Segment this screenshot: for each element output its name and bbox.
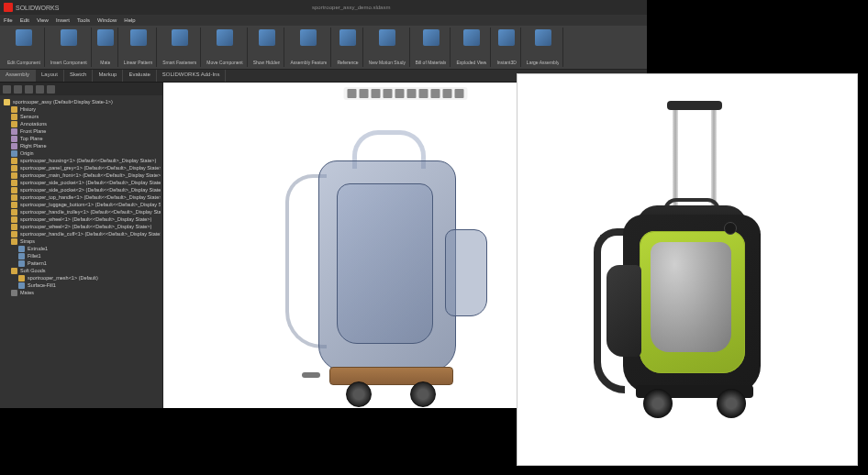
command-tab[interactable]: Markup [93,70,123,82]
view-tool-icon[interactable] [442,89,451,98]
part-icon [11,216,17,223]
ribbon-button[interactable]: Move Component [203,28,247,67]
assembly-icon [4,99,10,105]
tree-item[interactable]: sportrooper_wheel<1> (Default<<Default>_… [2,215,161,223]
ribbon-button[interactable]: Instant3D [493,28,520,67]
tree-item-label: sportrooper_wheel<2> (Default<<Default>_… [20,224,151,229]
tree-item[interactable]: sportrooper_side_pocket<2> (Default<<Def… [2,186,161,193]
ribbon-button[interactable]: Show Hidden [250,28,285,67]
tree-item-label: Pattern1 [28,260,47,266]
sb-tool-icon[interactable] [14,85,22,94]
view-tool-icon[interactable] [454,89,463,98]
menu-help[interactable]: Help [124,17,135,23]
feature-icon [18,260,25,267]
command-tab[interactable]: Assembly [0,70,36,82]
tree-item[interactable]: Front Plane [2,127,161,135]
menu-window[interactable]: Window [97,17,117,23]
ribbon-button[interactable]: Large Assembly [523,28,564,67]
tree-item[interactable]: sportrooper_handle_cuff<1> (Default<<Def… [2,230,161,238]
tree-item[interactable]: sportrooper_wheel<2> (Default<<Default>_… [2,223,161,230]
menu-insert[interactable]: Insert [56,17,70,23]
tree-item[interactable]: Right Plane [2,142,161,149]
tree-root[interactable]: sportrooper_assy (Default<Display State-… [2,98,161,105]
tree-item[interactable]: Annotations [2,120,161,127]
sb-tool-icon[interactable] [36,85,44,94]
ribbon-button[interactable]: Insert Components [47,28,92,67]
feature-tree[interactable]: sportrooper_assy (Default<Display State-… [0,95,162,408]
ribbon-label: Mate [100,60,110,65]
tree-item[interactable]: Top Plane [2,135,161,142]
tree-item[interactable]: History [2,105,161,113]
tree-item[interactable]: sportrooper_luggage_bottom<1> (Default<<… [2,201,161,208]
ribbon-button[interactable]: Edit Component [4,28,45,67]
tree-item[interactable]: sportrooper_top_handle<1> (Default<<Defa… [2,193,161,201]
menu-edit[interactable]: Edit [20,17,29,23]
menu-tools[interactable]: Tools [77,17,90,23]
tree-item[interactable]: sportrooper_housing<1> (Default<<Default… [2,157,161,164]
command-tab[interactable]: Layout [36,70,64,82]
ribbon-button[interactable]: New Motion Study [365,28,410,67]
ribbon-label: New Motion Study [369,60,406,65]
tree-item-label: sportrooper_housing<1> (Default<<Default… [20,158,156,163]
tree-item[interactable]: Straps [2,238,161,245]
part-icon [11,231,17,238]
ribbon-button[interactable]: Exploded View [452,28,491,67]
tree-item[interactable]: Extrude1 [2,245,161,252]
model-base-plate [329,367,453,385]
view-tool-icon[interactable] [430,89,440,98]
tree-item[interactable]: Soft Goods [2,267,161,274]
ribbon-icon [259,29,275,46]
command-tab[interactable]: Evaluate [123,70,156,82]
tree-item[interactable]: Fillet1 [2,252,161,260]
tree-item-label: sportrooper_top_handle<1> (Default<<Defa… [20,194,161,200]
view-tool-icon[interactable] [371,89,380,98]
folder-icon [11,106,17,113]
ribbon-icon [16,29,32,46]
tree-item[interactable]: sportrooper_handle_trolley<1> (Default<<… [2,208,161,215]
tree-item[interactable]: sportrooper_panel_grey<1> (Default<<Defa… [2,164,161,171]
part-icon [11,194,17,201]
ribbon-button[interactable]: Assembly Features [286,28,331,67]
view-tool-icon[interactable] [347,89,356,98]
ribbon-label: Show Hidden [253,60,281,65]
plane-icon [11,128,17,135]
ribbon-button[interactable]: Bill of Materials [412,28,451,67]
app-logo-icon [4,3,13,12]
ribbon-button[interactable]: Reference [333,28,362,67]
tree-item[interactable]: Sensors [2,113,161,120]
folder-icon [11,268,17,274]
view-tool-icon[interactable] [418,89,428,98]
ribbon-icon [379,29,395,46]
tree-item[interactable]: Mates [2,289,161,296]
menu-file[interactable]: File [4,17,13,23]
tree-item[interactable]: sportrooper_main_front<1> (Default<<Defa… [2,171,161,179]
ribbon-icon [423,29,440,46]
sb-tool-icon[interactable] [3,85,11,94]
view-tool-icon[interactable] [406,89,416,98]
tree-item[interactable]: Surface-Fill1 [2,282,161,289]
model-side-pocket [445,229,487,316]
command-tab[interactable]: Sketch [64,70,93,82]
tree-item-label: Top Plane [20,136,42,141]
ribbon-label: Smart Fasteners [162,60,196,65]
feature-manager-sidebar: sportrooper_assy (Default<Display State-… [0,83,163,408]
folder-icon [11,121,17,127]
sb-tool-icon[interactable] [25,85,33,94]
command-tab[interactable]: SOLIDWORKS Add-Ins [157,70,227,82]
view-tool-icon[interactable] [359,89,368,98]
tree-item[interactable]: sportrooper_mesh<1> (Default) [2,274,161,282]
sb-tool-icon[interactable] [47,85,55,94]
ribbon-button[interactable]: Smart Fasteners [159,28,201,67]
heads-up-toolbar [343,87,467,100]
tree-item[interactable]: Pattern1 [2,260,161,267]
tree-item[interactable]: Origin [2,149,161,157]
menu-view[interactable]: View [37,17,49,23]
ribbon-button[interactable]: Mate [94,28,118,67]
ribbon-icon [61,29,77,46]
cad-model[interactable] [274,110,513,408]
part-icon [11,202,17,208]
view-tool-icon[interactable] [395,89,404,98]
view-tool-icon[interactable] [383,89,392,98]
ribbon-button[interactable]: Linear Pattern [120,28,157,67]
tree-item[interactable]: sportrooper_side_pocket<1> (Default<<Def… [2,179,161,186]
